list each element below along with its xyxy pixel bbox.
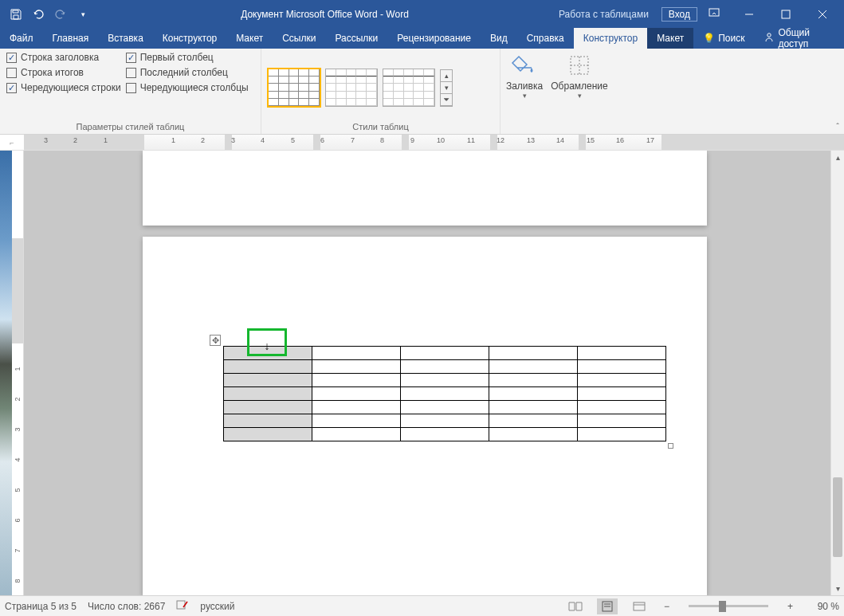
table-cell[interactable] bbox=[401, 387, 489, 401]
table-cell[interactable] bbox=[578, 401, 666, 414]
table-cell[interactable] bbox=[312, 428, 401, 441]
table-cell[interactable] bbox=[578, 360, 666, 374]
undo-button[interactable] bbox=[30, 6, 46, 22]
horizontal-ruler[interactable]: 3211234567891011121314151617 bbox=[24, 135, 844, 150]
tab-references[interactable]: Ссылки bbox=[273, 28, 325, 49]
scroll-up-button[interactable]: ▴ bbox=[831, 151, 844, 164]
zoom-level[interactable]: 90 % bbox=[807, 601, 839, 612]
user-table[interactable] bbox=[223, 346, 666, 441]
tab-design-doc[interactable]: Конструктор bbox=[153, 28, 226, 49]
close-button[interactable] bbox=[804, 0, 841, 28]
table-cell[interactable] bbox=[401, 374, 489, 387]
status-page[interactable]: Страница 5 из 5 bbox=[5, 601, 77, 612]
scrollbar-thumb[interactable] bbox=[833, 477, 842, 557]
tab-review[interactable]: Рецензирование bbox=[387, 28, 481, 49]
scroll-down-button[interactable]: ▾ bbox=[831, 582, 844, 595]
table-cell[interactable] bbox=[401, 347, 489, 360]
tab-layout-doc[interactable]: Макет bbox=[226, 28, 273, 49]
ruler-tick: 13 bbox=[527, 136, 535, 144]
table-cell[interactable] bbox=[312, 401, 401, 414]
table-cell[interactable] bbox=[401, 401, 489, 414]
share-button[interactable]: Общий доступ bbox=[754, 28, 844, 49]
view-read-mode[interactable] bbox=[565, 598, 586, 614]
table-cell[interactable] bbox=[489, 360, 578, 374]
table-cell[interactable] bbox=[489, 387, 578, 401]
styles-scroll-down[interactable]: ▾ bbox=[441, 82, 452, 94]
tab-file[interactable]: Файл bbox=[0, 28, 43, 49]
borders-button[interactable]: Обрамление ▾ bbox=[548, 49, 610, 134]
table-cell[interactable] bbox=[312, 387, 401, 401]
table-cell[interactable] bbox=[224, 428, 312, 441]
svg-rect-2 bbox=[782, 10, 790, 18]
tab-insert[interactable]: Вставка bbox=[98, 28, 153, 49]
table-resize-handle[interactable] bbox=[668, 443, 673, 449]
vertical-ruler[interactable]: 12345678910 bbox=[12, 151, 24, 595]
table-cell[interactable] bbox=[489, 374, 578, 387]
styles-scroll-up[interactable]: ▴ bbox=[441, 70, 452, 82]
table-cell[interactable] bbox=[312, 414, 401, 428]
save-button[interactable] bbox=[8, 6, 24, 22]
zoom-slider[interactable] bbox=[689, 605, 768, 607]
check-header-row[interactable]: ✓Строка заголовка bbox=[6, 52, 121, 63]
table-style-plain-1[interactable] bbox=[325, 69, 378, 107]
check-last-col[interactable]: Последний столбец bbox=[126, 67, 249, 78]
table-cell[interactable] bbox=[312, 374, 401, 387]
table-cell[interactable] bbox=[312, 347, 401, 360]
table-cell[interactable] bbox=[489, 414, 578, 428]
tab-table-design[interactable]: Конструктор bbox=[574, 28, 647, 49]
table-style-plain-2[interactable] bbox=[383, 69, 435, 107]
redo-button[interactable] bbox=[53, 6, 69, 22]
ruler-tick: 1 bbox=[171, 136, 175, 144]
qat-customize-icon[interactable]: ▾ bbox=[75, 6, 91, 22]
table-move-handle[interactable]: ✥ bbox=[210, 335, 221, 346]
table-cell[interactable] bbox=[312, 360, 401, 374]
tab-home[interactable]: Главная bbox=[43, 28, 99, 49]
table-cell[interactable] bbox=[578, 387, 666, 401]
table-cell[interactable] bbox=[401, 360, 489, 374]
table-cell[interactable] bbox=[578, 428, 666, 441]
collapse-ribbon-button[interactable]: ˆ bbox=[836, 122, 839, 131]
table-cell[interactable] bbox=[224, 414, 312, 428]
tab-help[interactable]: Справка bbox=[517, 28, 574, 49]
table-cell[interactable] bbox=[401, 414, 489, 428]
signin-button[interactable]: Вход bbox=[661, 7, 697, 22]
minimize-button[interactable] bbox=[731, 0, 767, 28]
table-style-grid[interactable] bbox=[268, 69, 320, 107]
table-cell[interactable] bbox=[224, 374, 312, 387]
table-cell[interactable] bbox=[401, 428, 489, 441]
table-cell[interactable] bbox=[224, 347, 312, 360]
check-first-col[interactable]: ✓Первый столбец bbox=[126, 52, 249, 63]
status-words[interactable]: Число слов: 2667 bbox=[88, 601, 165, 612]
check-banded-cols[interactable]: Чередующиеся столбцы bbox=[126, 82, 249, 93]
status-language[interactable]: русский bbox=[200, 601, 234, 612]
table-cell[interactable] bbox=[489, 401, 578, 414]
ruler-tick: 2 bbox=[73, 136, 77, 144]
table-cell[interactable] bbox=[224, 401, 312, 414]
table-cell[interactable] bbox=[489, 428, 578, 441]
check-total-row[interactable]: Строка итогов bbox=[6, 67, 121, 78]
tab-mailings[interactable]: Рассылки bbox=[325, 28, 387, 49]
zoom-in-button[interactable]: + bbox=[784, 601, 796, 612]
proofing-icon[interactable] bbox=[176, 599, 189, 613]
view-print-layout[interactable] bbox=[597, 598, 618, 614]
check-banded-rows[interactable]: ✓Чередующиеся строки bbox=[6, 82, 121, 93]
tab-view[interactable]: Вид bbox=[481, 28, 517, 49]
table-cell[interactable] bbox=[489, 347, 578, 360]
maximize-button[interactable] bbox=[767, 0, 804, 28]
table-cell[interactable] bbox=[224, 387, 312, 401]
tab-table-layout[interactable]: Макет bbox=[647, 28, 693, 49]
vertical-scrollbar[interactable]: ▴ ▾ bbox=[830, 151, 844, 595]
document-viewport[interactable]: ✥ ▴ ▾ bbox=[24, 151, 844, 595]
zoom-slider-handle[interactable] bbox=[719, 601, 726, 612]
shading-button[interactable]: Заливка ▾ bbox=[501, 49, 548, 134]
ruler-tick: 6 bbox=[320, 136, 324, 144]
ribbon-display-options-icon[interactable] bbox=[709, 7, 720, 21]
zoom-out-button[interactable]: − bbox=[661, 601, 673, 612]
search-button[interactable]: 💡 Поиск bbox=[693, 28, 754, 49]
table-cell[interactable] bbox=[578, 414, 666, 428]
table-cell[interactable] bbox=[224, 360, 312, 374]
view-web-layout[interactable] bbox=[629, 598, 650, 614]
table-cell[interactable] bbox=[578, 374, 666, 387]
table-cell[interactable] bbox=[578, 347, 666, 360]
styles-more-button[interactable]: ⏷ bbox=[441, 94, 452, 106]
